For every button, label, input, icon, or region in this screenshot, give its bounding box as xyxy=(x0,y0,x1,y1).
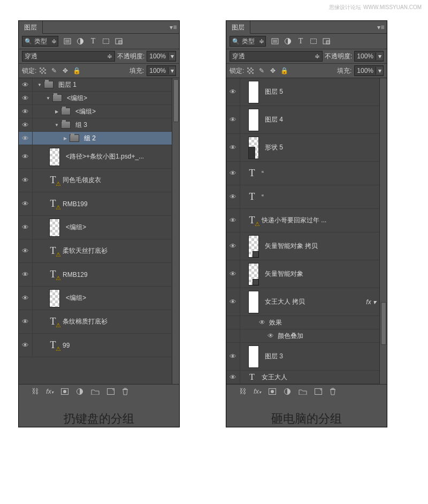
fx-icon[interactable]: fx▾ xyxy=(46,387,54,395)
layer-row[interactable]: 👁<编组> xyxy=(19,287,172,310)
layer-row[interactable]: 👁TRMB199 xyxy=(19,192,172,216)
layer-row[interactable]: 👁T“ xyxy=(226,162,379,185)
visibility-toggle-icon[interactable]: 👁 xyxy=(226,232,240,260)
filter-type-dropdown[interactable]: 🔍 类型 ≑ xyxy=(230,36,266,47)
panel-menu-icon[interactable]: ▾≡ xyxy=(167,21,179,34)
trash-icon[interactable] xyxy=(122,388,128,395)
visibility-toggle-icon[interactable]: 👁 xyxy=(226,209,240,232)
visibility-toggle-icon[interactable]: 👁 xyxy=(226,78,240,106)
layer-row[interactable]: 👁T柔软天丝打底衫 xyxy=(19,239,172,263)
layer-row[interactable]: 👁图层 3 xyxy=(226,343,379,371)
layer-row[interactable]: 👁T女王大人 xyxy=(226,371,379,384)
fill-input[interactable]: 100% ▾ xyxy=(147,65,176,76)
filter-adjust-icon[interactable] xyxy=(76,37,85,46)
disclosure-triangle-icon[interactable]: ▼ xyxy=(54,123,59,127)
scroll-thumb[interactable] xyxy=(381,302,386,345)
layer-row[interactable]: 👁矢量智能对象 拷贝 xyxy=(226,232,379,260)
filter-shape-icon[interactable] xyxy=(102,37,110,46)
visibility-toggle-icon[interactable]: 👁 xyxy=(19,92,33,104)
layers-tab[interactable]: 图层 xyxy=(19,21,43,34)
layer-row[interactable]: 👁形状 5 xyxy=(226,134,379,162)
layer-row[interactable]: 👁<路径>+条纹小图1.psd+_... xyxy=(19,145,172,169)
trash-icon[interactable] xyxy=(330,388,336,395)
layer-row[interactable]: 👁▼组 3 xyxy=(19,118,172,132)
layer-row[interactable]: 👁TRMB129 xyxy=(19,263,172,287)
visibility-toggle-icon[interactable]: 👁 xyxy=(267,332,274,340)
new-layer-icon[interactable] xyxy=(107,388,114,395)
link-icon[interactable]: ⛓ xyxy=(239,387,246,395)
visibility-toggle-icon[interactable]: 👁 xyxy=(226,162,240,185)
lock-all-icon[interactable]: 🔒 xyxy=(73,67,80,74)
layer-row[interactable]: 👁<编组> xyxy=(19,216,172,239)
layer-row[interactable]: 👁T“ xyxy=(226,185,379,209)
layer-row[interactable]: 👁▼图层 1 xyxy=(19,78,172,92)
disclosure-triangle-icon[interactable]: ▶ xyxy=(54,109,59,114)
layer-row[interactable]: 👁▶组 2 xyxy=(19,132,172,145)
filter-text-icon[interactable]: T xyxy=(296,37,305,46)
scroll-thumb[interactable] xyxy=(173,79,179,122)
filter-smart-icon[interactable] xyxy=(322,37,331,46)
opacity-input[interactable]: 100% ▾ xyxy=(354,51,384,62)
layer-row[interactable]: 👁T同色毛领皮衣 xyxy=(19,169,172,192)
layer-row[interactable]: 👁图层 5 xyxy=(226,78,379,106)
visibility-toggle-icon[interactable]: 👁 xyxy=(226,185,240,208)
adjustment-icon[interactable] xyxy=(284,388,291,395)
lock-move-icon[interactable]: ✥ xyxy=(62,67,69,74)
layer-row[interactable]: 👁▶<编组> xyxy=(19,105,172,118)
blend-mode-select[interactable]: 穿透 ≑ xyxy=(22,51,115,62)
layer-row[interactable]: 👁▼<编组> xyxy=(19,92,172,105)
layer-row[interactable]: 👁T99 xyxy=(19,334,172,357)
visibility-toggle-icon[interactable]: 👁 xyxy=(226,260,240,288)
visibility-toggle-icon[interactable]: 👁 xyxy=(19,169,33,192)
lock-trans-icon[interactable] xyxy=(39,67,47,74)
filter-shape-icon[interactable] xyxy=(309,37,318,46)
filter-smart-icon[interactable] xyxy=(114,37,123,46)
fill-input[interactable]: 100% ▾ xyxy=(354,65,384,76)
effects-row[interactable]: 👁效果 xyxy=(226,316,379,329)
adjustment-icon[interactable] xyxy=(76,388,83,395)
scrollbar[interactable] xyxy=(172,78,179,384)
new-group-icon[interactable] xyxy=(91,388,100,395)
filter-text-icon[interactable]: T xyxy=(89,37,97,46)
layer-row[interactable]: 👁T快递小哥要回家过年 ... xyxy=(226,209,379,232)
visibility-toggle-icon[interactable]: 👁 xyxy=(19,192,33,215)
fx-icon[interactable]: fx▾ xyxy=(254,387,261,395)
visibility-toggle-icon[interactable]: 👁 xyxy=(19,145,33,168)
scrollbar[interactable] xyxy=(379,78,387,384)
visibility-toggle-icon[interactable]: 👁 xyxy=(226,106,240,133)
filter-pixel-icon[interactable] xyxy=(63,37,72,46)
panel-menu-icon[interactable]: ▾≡ xyxy=(375,21,387,34)
fx-badge[interactable]: fx ▾ xyxy=(363,298,379,306)
visibility-toggle-icon[interactable]: 👁 xyxy=(19,263,33,286)
visibility-toggle-icon[interactable]: 👁 xyxy=(226,371,240,383)
lock-all-icon[interactable]: 🔒 xyxy=(280,67,288,74)
new-group-icon[interactable] xyxy=(299,388,307,395)
lock-trans-icon[interactable] xyxy=(247,67,254,74)
opacity-input[interactable]: 100% ▾ xyxy=(147,51,176,62)
mask-icon[interactable] xyxy=(61,388,68,395)
layer-row[interactable]: 👁女王大人 拷贝fx ▾ xyxy=(226,288,379,316)
lock-paint-icon[interactable]: ✎ xyxy=(258,67,265,74)
disclosure-triangle-icon[interactable]: ▼ xyxy=(37,82,42,87)
disclosure-triangle-icon[interactable]: ▶ xyxy=(63,136,68,141)
filter-adjust-icon[interactable] xyxy=(284,37,292,46)
mask-icon[interactable] xyxy=(269,388,276,395)
disclosure-triangle-icon[interactable]: ▼ xyxy=(45,96,51,101)
visibility-toggle-icon[interactable]: 👁 xyxy=(19,287,33,310)
visibility-toggle-icon[interactable]: 👁 xyxy=(19,310,33,333)
visibility-toggle-icon[interactable]: 👁 xyxy=(226,288,240,315)
effect-item-row[interactable]: 👁颜色叠加 xyxy=(226,329,379,343)
visibility-toggle-icon[interactable]: 👁 xyxy=(19,78,33,91)
link-icon[interactable]: ⛓ xyxy=(32,387,39,395)
visibility-toggle-icon[interactable]: 👁 xyxy=(19,105,33,118)
visibility-toggle-icon[interactable]: 👁 xyxy=(19,132,33,145)
visibility-toggle-icon[interactable]: 👁 xyxy=(19,239,33,262)
layer-row[interactable]: 👁矢量智能对象 xyxy=(226,260,379,288)
filter-type-dropdown[interactable]: 🔍 类型 ≑ xyxy=(22,36,58,47)
layers-tab[interactable]: 图层 xyxy=(226,21,250,34)
blend-mode-select[interactable]: 穿透 ≑ xyxy=(230,51,323,62)
visibility-toggle-icon[interactable]: 👁 xyxy=(19,118,33,131)
visibility-toggle-icon[interactable]: 👁 xyxy=(19,216,33,239)
lock-move-icon[interactable]: ✥ xyxy=(269,67,277,74)
new-layer-icon[interactable] xyxy=(315,388,322,395)
